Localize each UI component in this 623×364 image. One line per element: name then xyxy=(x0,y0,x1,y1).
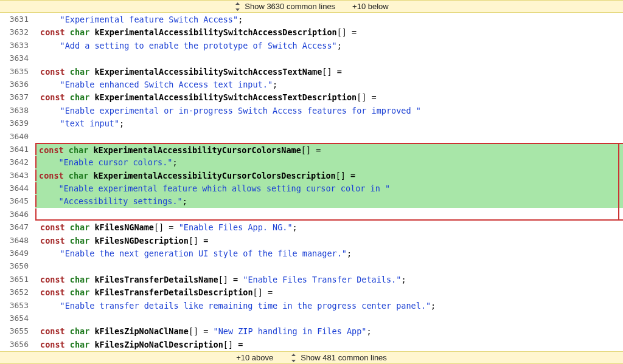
code-content[interactable]: "Enable experimental or in-progress Swit… xyxy=(35,104,623,117)
code-row: 3632const char kExperimentalAccessibilit… xyxy=(0,26,623,38)
code-row: 3647const char kFilesNGName[] = "Enable … xyxy=(0,221,623,233)
code-row: 3656const char kFilesZipNoNaClDescriptio… xyxy=(0,338,623,351)
line-number[interactable]: 3653 xyxy=(0,299,35,312)
code-row: 3635const char kExperimentalAccessibilit… xyxy=(0,65,623,78)
expand-below-label: +10 below xyxy=(352,0,389,13)
code-content[interactable]: const char kFilesZipNoNaClDescription[] … xyxy=(35,338,623,351)
show-common-bottom[interactable]: Show 481 common lines xyxy=(290,351,387,364)
line-number[interactable]: 3656 xyxy=(0,338,35,351)
line-number[interactable]: 3648 xyxy=(0,234,35,247)
code-content[interactable]: "Enable enhanced Switch Access text inpu… xyxy=(35,78,623,91)
code-row: 3645 "Accessibility settings."; xyxy=(0,194,623,207)
code-row: 3641const char kExperimentalAccessibilit… xyxy=(0,143,623,156)
code-row: 3639 "text input"; xyxy=(0,117,623,129)
code-row: 3636 "Enable enhanced Switch Access text… xyxy=(0,78,623,91)
line-number[interactable]: 3633 xyxy=(0,39,35,52)
code-content[interactable]: const char kFilesNGName[] = "Enable File… xyxy=(35,221,623,233)
diff-code-pane[interactable]: 3631 "Experimental feature Switch Access… xyxy=(0,13,623,351)
code-content[interactable] xyxy=(35,52,623,64)
code-row: 3643const char kExperimentalAccessibilit… xyxy=(0,169,623,182)
line-number[interactable]: 3645 xyxy=(0,194,35,207)
code-content[interactable]: const char kExperimentalAccessibilitySwi… xyxy=(35,65,623,78)
line-number[interactable]: 3650 xyxy=(0,259,35,272)
code-content[interactable]: const char kFilesNGDescription[] = xyxy=(35,234,623,247)
expand-below[interactable]: +10 below xyxy=(352,0,389,13)
code-row: 3655const char kFilesZipNoNaClName[] = "… xyxy=(0,325,623,337)
code-row: 3646 xyxy=(0,208,623,221)
code-content[interactable]: "Enable the next generation UI style of … xyxy=(35,247,623,259)
show-common-top[interactable]: Show 3630 common lines xyxy=(234,0,335,13)
line-number[interactable]: 3649 xyxy=(0,247,35,259)
code-row: 3634 xyxy=(0,52,623,64)
line-number[interactable]: 3636 xyxy=(0,78,35,91)
code-content[interactable] xyxy=(35,259,623,272)
code-row: 3633 "Add a setting to enable the protot… xyxy=(0,39,623,52)
code-row: 3640 xyxy=(0,130,623,143)
code-content[interactable]: const char kFilesTransferDetailsName[] =… xyxy=(35,273,623,286)
code-content[interactable]: "Enable experimental feature which allow… xyxy=(35,182,623,194)
expand-above-label: +10 above xyxy=(236,351,273,364)
line-number[interactable]: 3644 xyxy=(0,182,35,194)
line-number[interactable]: 3638 xyxy=(0,104,35,117)
line-number[interactable]: 3632 xyxy=(0,26,35,38)
line-number[interactable]: 3631 xyxy=(0,13,35,26)
code-content[interactable]: const char kFilesTransferDetailsDescript… xyxy=(35,286,623,298)
line-number[interactable]: 3635 xyxy=(0,65,35,78)
highlight-right-border xyxy=(618,143,619,221)
code-row: 3631 "Experimental feature Switch Access… xyxy=(0,13,623,26)
code-content[interactable]: "Enable cursor colors."; xyxy=(35,156,623,168)
code-content[interactable]: const char kFilesZipNoNaClName[] = "New … xyxy=(35,325,623,337)
code-content[interactable]: "Experimental feature Switch Access"; xyxy=(35,13,623,26)
unfold-icon xyxy=(234,2,241,11)
unfold-icon xyxy=(290,354,297,362)
code-row: 3638 "Enable experimental or in-progress… xyxy=(0,104,623,117)
code-content[interactable]: const char kExperimentalAccessibilitySwi… xyxy=(35,91,623,103)
code-content[interactable] xyxy=(35,130,623,143)
code-row: 3649 "Enable the next generation UI styl… xyxy=(0,247,623,259)
context-bar-top: Show 3630 common lines +10 below xyxy=(0,0,623,13)
code-row: 3654 xyxy=(0,312,623,325)
line-number[interactable]: 3634 xyxy=(0,52,35,64)
line-number[interactable]: 3652 xyxy=(0,286,35,298)
line-number[interactable]: 3643 xyxy=(0,169,35,182)
code-content[interactable]: "Accessibility settings."; xyxy=(35,194,623,207)
code-content[interactable] xyxy=(35,208,623,221)
code-content[interactable] xyxy=(35,312,623,325)
code-row: 3653 "Enable transfer details like remai… xyxy=(0,299,623,312)
code-row: 3648const char kFilesNGDescription[] = xyxy=(0,234,623,247)
line-number[interactable]: 3642 xyxy=(0,156,35,168)
code-content[interactable]: "text input"; xyxy=(35,117,623,129)
code-content[interactable]: "Enable transfer details like remaining … xyxy=(35,299,623,312)
show-common-top-label: Show 3630 common lines xyxy=(245,0,335,13)
line-number[interactable]: 3639 xyxy=(0,117,35,129)
code-content[interactable]: const char kExperimentalAccessibilityCur… xyxy=(35,169,623,182)
code-row: 3644 "Enable experimental feature which … xyxy=(0,182,623,194)
line-number[interactable]: 3646 xyxy=(0,208,35,221)
line-number[interactable]: 3655 xyxy=(0,325,35,337)
line-number[interactable]: 3637 xyxy=(0,91,35,103)
line-number[interactable]: 3640 xyxy=(0,130,35,143)
code-row: 3651const char kFilesTransferDetailsName… xyxy=(0,273,623,286)
code-row: 3642 "Enable cursor colors."; xyxy=(0,156,623,168)
line-number[interactable]: 3647 xyxy=(0,221,35,233)
code-content[interactable]: const char kExperimentalAccessibilitySwi… xyxy=(35,26,623,38)
context-bar-bottom: +10 above Show 481 common lines xyxy=(0,351,623,364)
code-content[interactable]: const char kExperimentalAccessibilityCur… xyxy=(35,143,623,156)
code-row: 3650 xyxy=(0,259,623,272)
line-number[interactable]: 3654 xyxy=(0,312,35,325)
show-common-bottom-label: Show 481 common lines xyxy=(301,351,387,364)
code-content[interactable]: "Add a setting to enable the prototype o… xyxy=(35,39,623,52)
code-row: 3637const char kExperimentalAccessibilit… xyxy=(0,91,623,103)
line-number[interactable]: 3641 xyxy=(0,143,35,156)
code-row: 3652const char kFilesTransferDetailsDesc… xyxy=(0,286,623,298)
expand-above[interactable]: +10 above xyxy=(236,351,273,364)
line-number[interactable]: 3651 xyxy=(0,273,35,286)
